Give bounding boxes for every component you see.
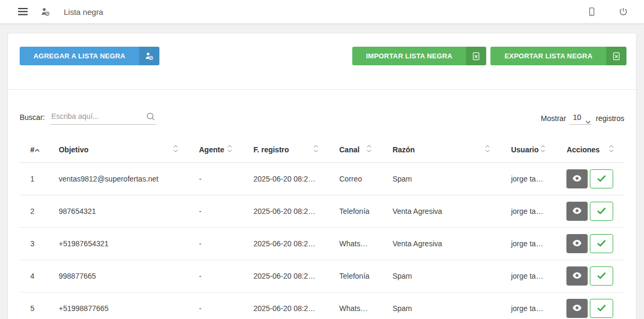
column-label: Agente	[199, 145, 224, 154]
table-header-cell[interactable]: Objetivo	[48, 136, 188, 163]
column-label: Razón	[393, 145, 415, 154]
search-wrap	[50, 110, 156, 125]
search-input[interactable]	[50, 110, 156, 125]
table-header-cell[interactable]: Razón	[382, 136, 501, 163]
excel-file-icon	[466, 47, 486, 65]
cell-objetivo: +51998877665	[48, 292, 188, 319]
cell-acciones	[556, 292, 624, 319]
table-header-cell[interactable]: Agente	[189, 136, 243, 163]
cell-f-registro: 2025-06-20 08:28:50	[243, 260, 329, 292]
import-blacklist-label: IMPORTAR LISTA NEGRA	[352, 47, 467, 65]
table-header-cell[interactable]: Usuario	[501, 136, 556, 163]
cell-f-registro: 2025-06-20 08:28:50	[243, 228, 329, 260]
table-header-cell[interactable]: Canal	[329, 136, 382, 163]
cell-canal: WhatsApp	[329, 228, 382, 260]
cell-canal: WhatsApp	[329, 292, 382, 319]
cell-objetivo: +51987654321	[48, 228, 188, 260]
add-to-blacklist-label: AGREGAR A LISTA NEGRA	[20, 47, 139, 65]
table-header-cell[interactable]: F. registro	[243, 136, 329, 163]
search-label: Buscar:	[20, 113, 45, 122]
table-header-row: # Objetivo	[20, 136, 624, 163]
cell-agente: -	[189, 228, 243, 260]
cell-canal: Telefonía	[329, 195, 382, 228]
table-toolbar: Buscar: Mostrar 10	[8, 90, 636, 125]
cell-num: 4	[20, 260, 48, 292]
page-size-prefix: Mostrar	[541, 114, 566, 123]
check-icon	[597, 175, 606, 184]
cell-razon: Spam	[382, 260, 501, 292]
approve-button[interactable]	[590, 299, 613, 318]
table-row: 1 ventas9812@superofertas.net - 2025-06-…	[20, 163, 624, 195]
table-header-cell[interactable]: #	[20, 136, 48, 163]
cell-objetivo: 998877665	[48, 260, 188, 292]
page-size-group: Mostrar 10 registros	[541, 112, 624, 125]
approve-button[interactable]	[590, 169, 613, 188]
view-button[interactable]	[566, 266, 588, 286]
excel-file-icon	[606, 47, 626, 65]
cell-f-registro: 2025-06-20 08:28:50	[243, 292, 329, 319]
eye-icon	[572, 175, 582, 184]
cell-usuario: jorge taype	[501, 163, 556, 195]
page-size-suffix: registros	[596, 114, 624, 123]
import-blacklist-button[interactable]: IMPORTAR LISTA NEGRA	[352, 47, 487, 65]
cell-num: 1	[20, 163, 48, 195]
cell-canal: Correo	[329, 163, 382, 195]
cell-agente: -	[189, 195, 243, 228]
cell-f-registro: 2025-06-20 08:28:50	[243, 195, 329, 228]
search-group: Buscar:	[20, 110, 156, 125]
column-label: Acciones	[566, 145, 599, 154]
cell-agente: -	[189, 163, 243, 195]
view-button[interactable]	[566, 234, 588, 253]
table-body: 1 ventas9812@superofertas.net - 2025-06-…	[20, 163, 624, 319]
cell-usuario: jorge taype	[501, 228, 556, 260]
row-actions	[566, 266, 614, 286]
table-header-cell[interactable]: Acciones	[556, 136, 624, 163]
search-icon	[146, 112, 155, 123]
approve-button[interactable]	[590, 234, 613, 253]
blacklist-card: AGREGAR A LISTA NEGRA IMPORTAR LISTA NEG…	[7, 33, 637, 319]
cell-usuario: jorge taype	[501, 195, 556, 228]
page-size-select[interactable]: 10	[570, 112, 592, 123]
table-row: 4 998877665 - 2025-06-20 08:28:50 Telefo…	[20, 260, 624, 292]
row-actions	[566, 169, 614, 188]
power-icon[interactable]	[616, 5, 630, 19]
menu-icon[interactable]	[16, 6, 30, 18]
page-size-select-wrap: 10	[570, 112, 592, 125]
sort-icon	[609, 145, 614, 154]
eye-icon	[572, 304, 582, 313]
user-slash-icon	[38, 5, 52, 19]
import-export-group: IMPORTAR LISTA NEGRA EXPORTAR LISTA NEGR…	[352, 47, 626, 65]
mobile-icon[interactable]	[585, 5, 598, 19]
add-to-blacklist-button[interactable]: AGREGAR A LISTA NEGRA	[20, 47, 159, 65]
cell-usuario: jorge taype	[501, 260, 556, 292]
table-row: 5 +51998877665 - 2025-06-20 08:28:50 Wha…	[20, 292, 624, 319]
cell-razon: Venta Agresiva	[382, 195, 501, 228]
eye-icon	[572, 207, 582, 216]
cell-agente: -	[189, 292, 243, 319]
export-blacklist-button[interactable]: EXPORTAR LISTA NEGRA	[490, 47, 626, 65]
sort-icon	[313, 145, 318, 154]
column-label: #	[30, 145, 35, 154]
user-slash-icon	[139, 47, 159, 65]
approve-button[interactable]	[590, 202, 613, 221]
cell-num: 2	[20, 195, 48, 228]
check-icon	[597, 239, 606, 248]
column-label: Canal	[340, 145, 360, 154]
cell-objetivo: 987654321	[48, 195, 188, 228]
card-actions-row: AGREGAR A LISTA NEGRA IMPORTAR LISTA NEG…	[8, 33, 636, 89]
cell-num: 3	[20, 228, 48, 260]
cell-acciones	[556, 163, 624, 195]
top-navbar: Lista negra	[0, 0, 644, 24]
view-button[interactable]	[566, 169, 588, 188]
table-wrap: # Objetivo	[8, 125, 636, 319]
check-icon	[597, 272, 606, 281]
row-actions	[566, 234, 614, 253]
column-label: F. registro	[253, 145, 289, 154]
column-label: Objetivo	[58, 145, 88, 154]
view-button[interactable]	[566, 202, 588, 221]
view-button[interactable]	[566, 299, 588, 318]
cell-razon: Spam	[382, 163, 501, 195]
sort-icon	[35, 145, 40, 154]
approve-button[interactable]	[590, 266, 613, 286]
export-blacklist-label: EXPORTAR LISTA NEGRA	[490, 47, 606, 65]
